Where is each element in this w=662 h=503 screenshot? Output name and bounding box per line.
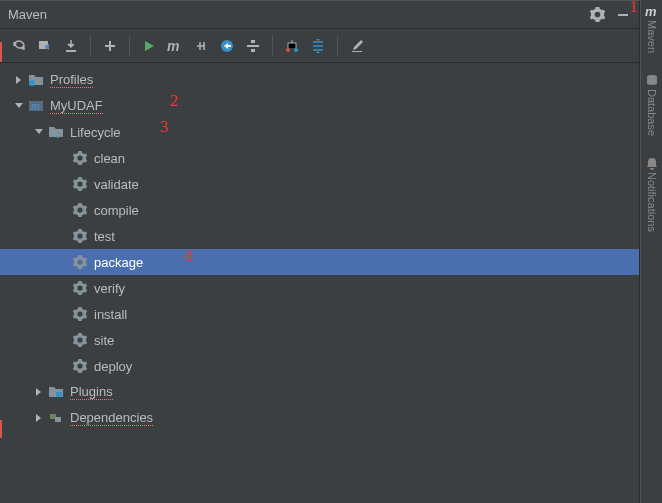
plugins-folder-icon (48, 384, 64, 400)
tree-goal-deploy[interactable]: deploy (0, 353, 639, 379)
tree-node-lifecycle[interactable]: Lifecycle 3 (0, 119, 639, 145)
svg-point-5 (29, 80, 35, 86)
gear-icon (72, 254, 88, 270)
toolbar: m 1 (0, 29, 639, 63)
collapse-all-icon[interactable] (307, 35, 329, 57)
sidebar-label: Notifications (646, 172, 658, 232)
settings-icon[interactable] (346, 35, 368, 57)
tree-label: install (94, 307, 127, 322)
run-icon[interactable] (138, 35, 160, 57)
reimport-icon[interactable] (8, 35, 30, 57)
gear-icon (72, 332, 88, 348)
maven-panel: Maven m (0, 0, 640, 503)
tree-label: validate (94, 177, 139, 192)
tree-label: Plugins (70, 384, 113, 400)
tree-goal-compile[interactable]: compile (0, 197, 639, 223)
svg-rect-10 (55, 417, 61, 422)
download-icon[interactable] (60, 35, 82, 57)
gear-icon (72, 228, 88, 244)
sidebar-label: Database (646, 89, 658, 136)
tree-label: Profiles (50, 72, 93, 88)
tree-node-project[interactable]: m MyUDAF 2 (0, 93, 639, 119)
annotation-2: 2 (170, 91, 179, 111)
tree-goal-package[interactable]: package4 (0, 249, 639, 275)
sidebar-tab-database[interactable]: Database (645, 73, 659, 136)
dependencies-icon (48, 410, 64, 426)
tree-label: test (94, 229, 115, 244)
project-tree[interactable]: Profiles m MyUDAF 2 Lifecycle 3 cleanval… (0, 63, 639, 503)
svg-point-12 (647, 75, 657, 79)
chevron-right-icon (12, 73, 26, 87)
chevron-right-icon (32, 411, 46, 425)
gear-icon (72, 202, 88, 218)
svg-text:m: m (167, 38, 179, 54)
gear-icon[interactable] (589, 7, 605, 23)
tree-goal-verify[interactable]: verify (0, 275, 639, 301)
gear-icon (72, 150, 88, 166)
folder-icon (28, 72, 44, 88)
lifecycle-folder-icon (48, 124, 64, 140)
tree-node-profiles[interactable]: Profiles (0, 67, 639, 93)
tree-node-plugins[interactable]: Plugins (0, 379, 639, 405)
tree-label: clean (94, 151, 125, 166)
svg-point-3 (286, 48, 290, 52)
svg-text:m: m (31, 101, 40, 112)
svg-point-4 (294, 48, 298, 52)
sidebar-tab-maven[interactable]: m Maven (645, 4, 659, 53)
offline-icon[interactable] (216, 35, 238, 57)
generate-sources-icon[interactable] (34, 35, 56, 57)
maven-project-icon: m (28, 98, 44, 114)
gear-icon (72, 358, 88, 374)
tree-goal-install[interactable]: install (0, 301, 639, 327)
add-icon[interactable] (99, 35, 121, 57)
annotation-3: 3 (160, 117, 169, 137)
dependencies-graph-icon[interactable] (281, 35, 303, 57)
chevron-down-icon (32, 125, 46, 139)
maven-m-icon[interactable]: m (164, 35, 186, 57)
tree-label: Lifecycle (70, 125, 121, 140)
tree-label: site (94, 333, 114, 348)
annotation-4: 4 (184, 246, 193, 266)
gear-icon (72, 280, 88, 296)
panel-header: Maven (0, 1, 639, 29)
tree-goal-clean[interactable]: clean (0, 145, 639, 171)
gear-icon (72, 306, 88, 322)
minimize-icon[interactable] (615, 7, 631, 23)
tree-goal-test[interactable]: test (0, 223, 639, 249)
toggle-icon[interactable] (242, 35, 264, 57)
svg-rect-8 (56, 392, 62, 397)
tree-node-dependencies[interactable]: Dependencies (0, 405, 639, 431)
tree-label: package (94, 255, 143, 270)
sidebar-tab-notifications[interactable]: Notifications (645, 156, 659, 232)
tree-goal-validate[interactable]: validate (0, 171, 639, 197)
skip-tests-icon[interactable] (190, 35, 212, 57)
tree-label: verify (94, 281, 125, 296)
panel-title: Maven (8, 7, 589, 22)
right-sidebar: m Maven Database Notifications (640, 0, 662, 503)
svg-text:m: m (645, 4, 657, 18)
tree-goal-site[interactable]: site (0, 327, 639, 353)
tree-label: Dependencies (70, 410, 153, 426)
tree-label: MyUDAF (50, 98, 103, 114)
svg-rect-0 (618, 14, 628, 16)
tree-label: compile (94, 203, 139, 218)
chevron-right-icon (32, 385, 46, 399)
chevron-down-icon (12, 99, 26, 113)
sidebar-label: Maven (646, 20, 658, 53)
tree-label: deploy (94, 359, 132, 374)
gear-icon (72, 176, 88, 192)
